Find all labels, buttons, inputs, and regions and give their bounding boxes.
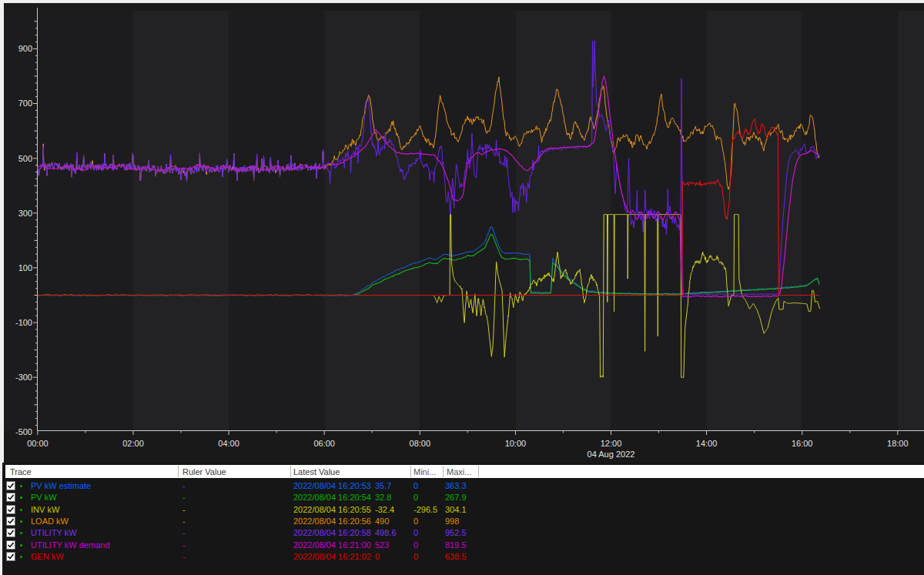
svg-text:04 Aug 2022: 04 Aug 2022 — [588, 450, 635, 459]
svg-text:00:00: 00:00 — [27, 439, 49, 448]
svg-text:-300: -300 — [15, 373, 32, 382]
svg-text:-100: -100 — [15, 318, 32, 327]
svg-text:18:00: 18:00 — [887, 439, 909, 448]
svg-text:10:00: 10:00 — [505, 439, 527, 448]
svg-text:06:00: 06:00 — [313, 439, 335, 448]
svg-text:700: 700 — [18, 99, 32, 108]
svg-text:12:00: 12:00 — [601, 439, 622, 448]
svg-text:900: 900 — [18, 44, 32, 53]
svg-text:14:00: 14:00 — [696, 439, 718, 448]
svg-text:500: 500 — [18, 154, 32, 163]
svg-text:-500: -500 — [15, 427, 32, 436]
svg-text:300: 300 — [18, 209, 32, 218]
svg-text:08:00: 08:00 — [410, 439, 431, 448]
svg-text:02:00: 02:00 — [122, 439, 144, 448]
svg-text:16:00: 16:00 — [792, 439, 813, 448]
svg-text:100: 100 — [18, 263, 32, 272]
svg-text:04:00: 04:00 — [218, 439, 239, 448]
